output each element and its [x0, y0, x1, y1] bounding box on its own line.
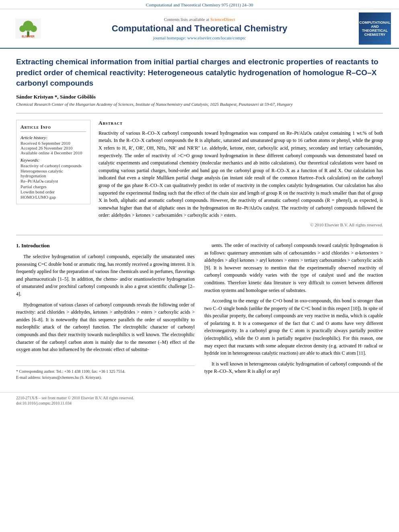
svg-text:ELSEVIER: ELSEVIER: [22, 35, 35, 38]
intro-para2: Hydrogenation of various classes of carb…: [16, 301, 195, 353]
journal-homepage: journal homepage: www.elsevier.com/locat…: [48, 35, 351, 40]
article-info-heading: Article Info: [21, 124, 86, 132]
keywords-label: Keywords:: [21, 158, 86, 162]
footnote-star: * Corresponding author. Tel.: +36 1 438 …: [16, 368, 195, 375]
accepted-date: Accepted 26 November 2010: [21, 146, 86, 150]
elsevier-logo-area: ELSEVIER: [8, 18, 48, 39]
keyword-2: Heterogeneous catalytic hydrogenation: [21, 168, 86, 178]
body-col-left: 1. Introduction The selective hydrogenat…: [16, 242, 195, 381]
abstract-heading: Abstract: [99, 120, 383, 126]
keyword-5: Lowdin bond order: [21, 189, 86, 194]
paper-footer: 2210-271X/$ – see front matter © 2010 El…: [0, 392, 399, 409]
journal-box-icon: COMPUTATIONAL AND THEORETICAL CHEMISTRY: [359, 12, 391, 45]
journal-center-info: Contents lists available at ScienceDirec…: [48, 17, 351, 40]
svg-point-3: [19, 25, 26, 32]
col2-para2: According to the energy of the C=O bond …: [204, 297, 383, 357]
keywords-list: Reactivity of carbonyl compounds Heterog…: [21, 163, 86, 199]
footnote-email: E-mail address: kristyans@chemres.hu (S.…: [16, 374, 195, 381]
affiliation: Chemical Research Center of the Hungaria…: [16, 102, 383, 107]
authors-line: Sándor Kristyan *, Sándor Gőbőlős: [16, 94, 383, 100]
footer-doi: doi:10.1016/j.comptc.2010.11.034: [16, 401, 383, 405]
journal-title: Computational and Theoretical Chemistry: [48, 23, 351, 34]
col2-para1: uents. The order of reactivity of carbon…: [204, 242, 383, 294]
keyword-3: Re–Pt/Al₂O₃ catalyst: [21, 179, 86, 184]
intro-para1: The selective hydrogenation of carbonyl …: [16, 253, 195, 298]
journal-citation-bar: Computational and Theoretical Chemistry …: [0, 0, 399, 9]
keyword-6: HOMO/LUMO gap: [21, 195, 86, 199]
journal-header: ELSEVIER Contents lists available at Sci…: [0, 9, 399, 49]
history-label: Article history:: [21, 135, 86, 140]
body-divider: [16, 235, 383, 235]
author-names: Sándor Kristyan *, Sándor Gőbőlős: [16, 94, 96, 100]
elsevier-logo-icon: ELSEVIER: [14, 18, 42, 39]
journal-logo-right: COMPUTATIONAL AND THEORETICAL CHEMISTRY: [351, 12, 391, 45]
keyword-1: Reactivity of carbonyl compounds: [21, 163, 86, 168]
homepage-link[interactable]: journal homepage: www.elsevier.com/locat…: [153, 35, 246, 40]
abstract-column: Abstract Reactivity of various R–CO–X ca…: [99, 120, 383, 228]
received-date: Received 6 September 2010: [21, 141, 86, 146]
paper-content: Extracting chemical information from ini…: [0, 49, 399, 389]
contents-available-line: Contents lists available at ScienceDirec…: [48, 17, 351, 22]
info-abstract-section: Article Info Article history: Received 6…: [16, 120, 383, 228]
footer-issn: 2210-271X/$ – see front matter © 2010 El…: [16, 396, 383, 400]
body-col-right: uents. The order of reactivity of carbon…: [204, 242, 383, 381]
article-info-box: Article Info Article history: Received 6…: [16, 120, 90, 204]
available-date: Available online 4 December 2010: [21, 150, 86, 155]
intro-heading: 1. Introduction: [16, 242, 195, 250]
article-title: Extracting chemical information from ini…: [16, 57, 383, 89]
footnote-area: * Corresponding author. Tel.: +36 1 438 …: [16, 366, 195, 381]
svg-point-4: [30, 25, 37, 32]
col2-para3: It is well known in heterogeneous cataly…: [204, 360, 383, 375]
journal-citation-text: Computational and Theoretical Chemistry …: [146, 2, 253, 7]
copyright-line: © 2010 Elsevier B.V. All rights reserved…: [99, 222, 383, 228]
header-divider: [16, 113, 383, 113]
body-section: 1. Introduction The selective hydrogenat…: [16, 242, 383, 381]
keyword-4: Partial charges: [21, 184, 86, 189]
sciencedirect-link[interactable]: ScienceDirect: [210, 17, 235, 22]
abstract-text: Reactivity of various R–CO–X carbonyl co…: [99, 129, 383, 228]
article-info-column: Article Info Article history: Received 6…: [16, 120, 90, 228]
